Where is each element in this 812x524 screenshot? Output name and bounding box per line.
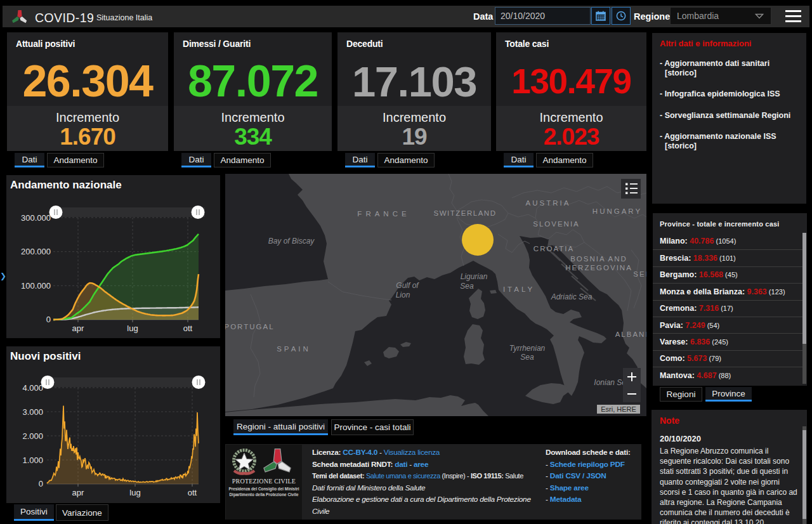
svg-text:100.000: 100.000 bbox=[21, 281, 51, 291]
svg-text:SWITZERLAND: SWITZERLAND bbox=[434, 209, 497, 217]
svg-text:Nuovi positivi: Nuovi positivi bbox=[10, 350, 81, 362]
svg-text:Bay of Biscay: Bay of Biscay bbox=[268, 237, 315, 246]
svg-text:lug: lug bbox=[129, 488, 140, 497]
svg-text:Esri, HERE: Esri, HERE bbox=[601, 405, 636, 413]
svg-text:SLOVENIA: SLOVENIA bbox=[533, 220, 580, 228]
svg-text:Ligurian: Ligurian bbox=[461, 272, 488, 281]
svg-text:HUNGARY: HUNGARY bbox=[593, 207, 642, 215]
svg-text:FRANCE: FRANCE bbox=[357, 210, 410, 218]
svg-text:apr: apr bbox=[72, 488, 84, 497]
svg-text:apr: apr bbox=[72, 324, 84, 333]
svg-text:Andamento nazionale: Andamento nazionale bbox=[10, 179, 122, 191]
svg-text:300.000: 300.000 bbox=[21, 213, 51, 223]
svg-text:Sea: Sea bbox=[460, 282, 474, 291]
svg-text:ott: ott bbox=[188, 488, 197, 497]
svg-text:1.000: 1.000 bbox=[22, 455, 43, 465]
svg-text:ITALY: ITALY bbox=[503, 285, 535, 293]
svg-text:PORTUGAL: PORTUGAL bbox=[225, 323, 275, 331]
svg-text:Adriatic Sea: Adriatic Sea bbox=[551, 292, 593, 301]
svg-text:lug: lug bbox=[127, 324, 138, 333]
svg-text:0: 0 bbox=[46, 315, 51, 324]
svg-text:ott: ott bbox=[183, 324, 193, 333]
svg-text:Sea: Sea bbox=[520, 353, 534, 362]
svg-text:3.000: 3.000 bbox=[22, 407, 43, 417]
svg-text:SERB: SERB bbox=[633, 270, 646, 278]
svg-text:200.000: 200.000 bbox=[21, 247, 51, 256]
svg-text:Tyrrhenian: Tyrrhenian bbox=[509, 344, 546, 353]
svg-text:2.000: 2.000 bbox=[22, 431, 43, 441]
svg-text:CROATIA: CROATIA bbox=[534, 245, 574, 252]
svg-text:ALBANIA: ALBANIA bbox=[615, 331, 646, 338]
svg-text:SPAIN: SPAIN bbox=[277, 345, 311, 353]
svg-text:HERZEGOVINA: HERZEGOVINA bbox=[565, 264, 632, 272]
svg-text:AUSTRIA: AUSTRIA bbox=[526, 199, 571, 207]
svg-text:4.000: 4.000 bbox=[22, 383, 43, 393]
svg-text:Lion: Lion bbox=[396, 291, 410, 299]
svg-text:0: 0 bbox=[39, 479, 43, 488]
svg-text:BOSNIA AND: BOSNIA AND bbox=[570, 255, 627, 263]
svg-text:Gulf of: Gulf of bbox=[396, 281, 419, 290]
